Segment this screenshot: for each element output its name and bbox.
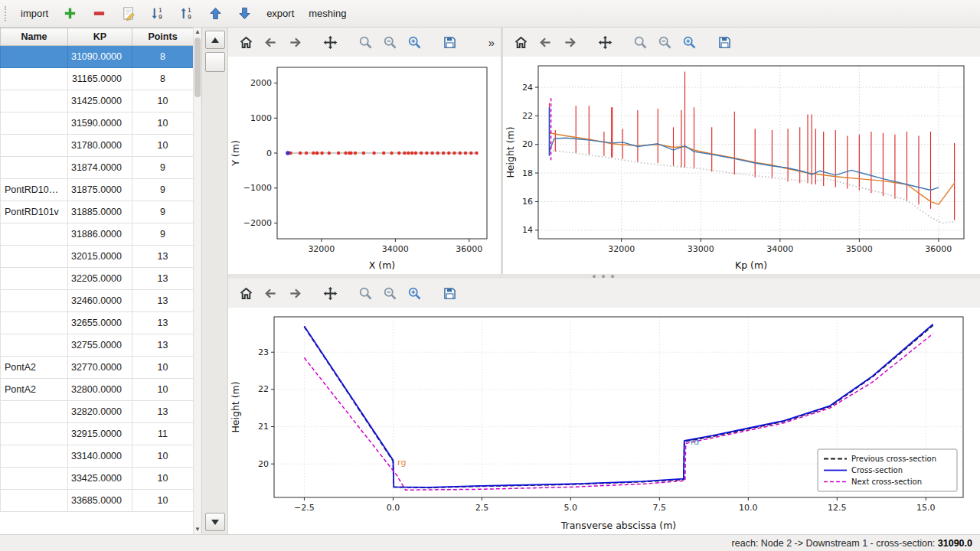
table-row[interactable]: 31425.000010 <box>1 90 194 112</box>
save-button[interactable] <box>438 282 461 305</box>
plan-view-plot[interactable]: 320003400036000200010000−1000−2000X (m)Y… <box>228 57 499 274</box>
move-up-button[interactable] <box>202 2 229 24</box>
toolbar-drag-handle[interactable] <box>5 6 9 21</box>
cell-points[interactable]: 9 <box>132 223 194 246</box>
move-down-button[interactable] <box>231 2 258 24</box>
cell-points[interactable]: 8 <box>132 68 194 90</box>
remove-cross-section-button[interactable] <box>86 2 113 24</box>
table-row[interactable]: 31886.00009 <box>1 223 194 246</box>
table-row[interactable]: 32015.000013 <box>1 246 194 268</box>
forward-button[interactable] <box>283 31 306 54</box>
cell-kp[interactable]: 32755.0000 <box>68 334 132 357</box>
cell-name[interactable] <box>1 246 68 268</box>
cell-kp[interactable]: 33685.0000 <box>68 490 132 512</box>
home-button[interactable] <box>234 31 257 54</box>
table-row[interactable]: PontRD101v31885.00009 <box>1 201 194 223</box>
cell-points[interactable]: 13 <box>132 312 194 334</box>
sort-descending-button[interactable]: 19 <box>144 2 171 24</box>
cell-name[interactable] <box>1 268 68 290</box>
zoom-out-button[interactable] <box>378 282 401 305</box>
cell-name[interactable] <box>1 90 68 112</box>
cell-points[interactable]: 9 <box>132 201 194 223</box>
cell-points[interactable]: 10 <box>132 135 194 157</box>
cell-points[interactable]: 13 <box>132 290 194 312</box>
table-row[interactable]: PontRD10…31875.00009 <box>1 179 194 201</box>
toolbar-overflow-chevron[interactable]: » <box>488 36 495 49</box>
cell-points[interactable]: 10 <box>132 357 194 379</box>
cell-kp[interactable]: 32460.0000 <box>68 290 132 312</box>
cell-kp[interactable]: 31875.0000 <box>68 179 132 201</box>
table-row[interactable]: PontA232800.000010 <box>1 379 194 401</box>
save-button[interactable] <box>438 31 461 54</box>
cell-points[interactable]: 13 <box>132 268 194 290</box>
meshing-button[interactable]: meshing <box>302 4 352 23</box>
zoom-in-button[interactable] <box>403 282 426 305</box>
table-row[interactable]: 33685.000010 <box>1 490 194 512</box>
forward-button[interactable] <box>558 31 581 54</box>
export-button[interactable]: export <box>260 4 300 23</box>
cell-name[interactable]: PontA2 <box>1 379 68 401</box>
cell-kp[interactable]: 32800.0000 <box>68 379 132 401</box>
table-row[interactable]: 31874.00009 <box>1 157 194 179</box>
cell-name[interactable]: PontRD101v <box>1 201 68 223</box>
cell-name[interactable]: PontA2 <box>1 357 68 379</box>
save-button[interactable] <box>713 31 736 54</box>
table-row[interactable]: 33425.000010 <box>1 468 194 490</box>
table-row[interactable]: 32205.000013 <box>1 268 194 290</box>
sort-ascending-button[interactable]: 19 <box>173 2 200 24</box>
cell-name[interactable]: PontRD10… <box>1 179 68 201</box>
column-header-points[interactable]: Points <box>132 28 194 46</box>
table-row[interactable]: 31780.000010 <box>1 135 194 157</box>
back-button[interactable] <box>259 31 282 54</box>
table-row[interactable]: 32820.000013 <box>1 401 194 423</box>
cell-points[interactable]: 9 <box>132 179 194 201</box>
pan-button[interactable] <box>593 31 616 54</box>
cell-points[interactable]: 10 <box>132 90 194 112</box>
table-scrollbar[interactable]: ▲ ▼ <box>193 28 201 534</box>
back-button[interactable] <box>259 282 282 305</box>
table-row[interactable]: 32755.000013 <box>1 334 194 357</box>
cell-kp[interactable]: 31780.0000 <box>68 135 132 157</box>
cell-kp[interactable]: 31886.0000 <box>68 223 132 246</box>
panel-scrollbar-thumb[interactable] <box>205 52 225 72</box>
cell-points[interactable]: 10 <box>132 445 194 468</box>
cell-kp[interactable]: 33140.0000 <box>68 445 132 468</box>
forward-button[interactable] <box>283 282 306 305</box>
home-button[interactable] <box>509 31 532 54</box>
table-row[interactable]: 31590.000010 <box>1 112 194 135</box>
cell-name[interactable] <box>1 135 68 157</box>
cell-name[interactable] <box>1 468 68 490</box>
cell-kp[interactable]: 32205.0000 <box>68 268 132 290</box>
import-button[interactable]: import <box>15 4 54 23</box>
cell-points[interactable]: 13 <box>132 246 194 268</box>
cell-points[interactable]: 10 <box>132 490 194 512</box>
zoom-out-button[interactable] <box>653 31 676 54</box>
zoom-in-button[interactable] <box>678 31 701 54</box>
table-row[interactable]: 32915.000011 <box>1 423 194 445</box>
cell-name[interactable] <box>1 490 68 512</box>
cell-points[interactable]: 8 <box>132 46 194 68</box>
zoom-in-button[interactable] <box>403 31 426 54</box>
cell-kp[interactable]: 33425.0000 <box>68 468 132 490</box>
cell-name[interactable] <box>1 445 68 468</box>
pan-button[interactable] <box>318 31 341 54</box>
pan-button[interactable] <box>318 282 341 305</box>
cross-section-plot[interactable]: rgrd−2.50.02.55.07.510.012.515.020212223… <box>228 308 977 534</box>
table-row[interactable]: PontA232770.000010 <box>1 357 194 379</box>
table-row[interactable]: 31090.00008 <box>1 46 194 68</box>
cell-name[interactable] <box>1 290 68 312</box>
cell-name[interactable] <box>1 423 68 445</box>
cell-points[interactable]: 10 <box>132 112 194 135</box>
add-cross-section-button[interactable] <box>57 2 83 24</box>
cell-kp[interactable]: 32655.0000 <box>68 312 132 334</box>
cell-kp[interactable]: 32770.0000 <box>68 357 132 379</box>
back-button[interactable] <box>534 31 557 54</box>
cell-points[interactable]: 13 <box>132 334 194 357</box>
cell-name[interactable] <box>1 68 68 90</box>
table-row[interactable]: 32655.000013 <box>1 312 194 334</box>
cell-points[interactable]: 10 <box>132 379 194 401</box>
cell-kp[interactable]: 31590.0000 <box>68 112 132 135</box>
cell-name[interactable] <box>1 46 68 68</box>
scroll-up-button[interactable] <box>205 31 225 49</box>
cell-kp[interactable]: 32015.0000 <box>68 246 132 268</box>
